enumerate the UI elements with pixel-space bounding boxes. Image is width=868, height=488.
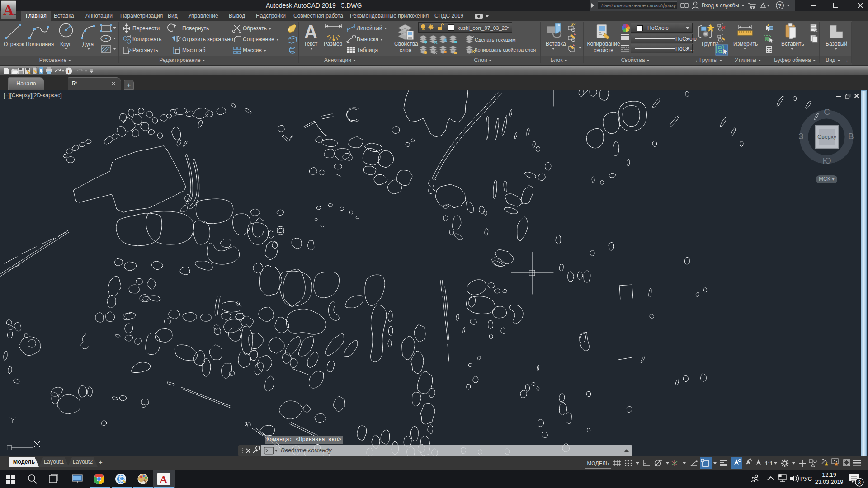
svg-text:?: ? [778, 2, 782, 9]
svg-text:A: A [3, 2, 14, 18]
svg-text:Вход в службы: Вход в службы [702, 2, 739, 9]
